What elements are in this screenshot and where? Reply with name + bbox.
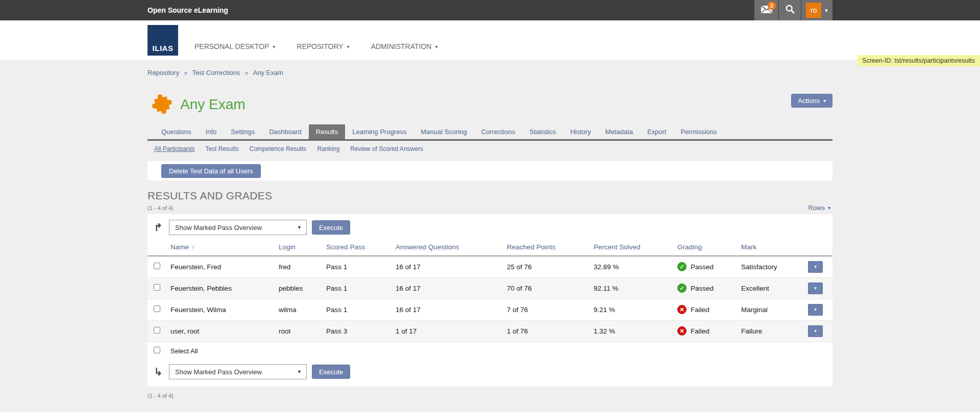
row-actions-dropdown[interactable]: ▾	[808, 325, 823, 337]
sort-ascending-icon: ↑	[191, 243, 195, 251]
menu-administration[interactable]: ADMINISTRATION ▾	[371, 42, 438, 50]
column-header-reached-points[interactable]: Reached Points	[504, 238, 591, 256]
cell-name: user, root	[168, 320, 276, 342]
cell-points: 70 of 76	[504, 277, 591, 299]
column-header-login[interactable]: Login	[276, 238, 324, 256]
row-checkbox[interactable]	[154, 284, 160, 291]
cell-percent: 92.11 %	[591, 277, 675, 299]
cell-percent: 9.21 %	[591, 299, 675, 320]
tab-results[interactable]: Results	[309, 124, 345, 139]
search-button[interactable]	[778, 0, 801, 20]
main-menu: PERSONAL DESKTOP ▾ REPOSITORY ▾ ADMINIST…	[194, 42, 437, 60]
delete-test-data-button[interactable]: Delete Test Data of all Users	[161, 164, 261, 178]
cell-mark: Satisfactory	[739, 256, 805, 277]
apply-to-bottom-icon: ↳	[153, 366, 164, 378]
cell-name: Feuerstein, Wilma	[168, 299, 276, 320]
cell-scored-pass: Pass 1	[324, 277, 393, 299]
tab-info[interactable]: Info	[199, 124, 224, 139]
chevron-down-icon: ▾	[814, 328, 817, 333]
execute-button-top[interactable]: Execute	[312, 220, 350, 235]
breadcrumb-test-corrections[interactable]: Test Corrections	[192, 69, 240, 76]
actions-button[interactable]: Actions ▾	[791, 94, 832, 108]
row-actions-dropdown[interactable]: ▾	[808, 282, 823, 294]
chevron-down-icon: ▾	[814, 286, 817, 291]
mail-button[interactable]: 2	[754, 0, 778, 20]
tab-learning-progress[interactable]: Learning Progress	[345, 124, 413, 139]
column-header-grading[interactable]: Grading	[675, 238, 739, 256]
cell-points: 25 of 76	[504, 256, 591, 277]
column-header-name[interactable]: Name↑	[168, 238, 276, 256]
breadcrumb-repository[interactable]: Repository	[148, 69, 179, 76]
execute-button-bottom[interactable]: Execute	[312, 365, 350, 379]
tab-permissions[interactable]: Permissions	[673, 124, 724, 139]
rows-dropdown[interactable]: Rows ▾	[808, 204, 832, 212]
cell-points: 1 of 76	[504, 320, 591, 342]
test-puzzle-icon	[151, 93, 173, 116]
breadcrumb-separator: »	[184, 69, 187, 76]
subtab-competence-results[interactable]: Competence Results	[250, 145, 306, 152]
table-row: Feuerstein, Fred fred Pass 1 16 of 17 25…	[148, 256, 832, 277]
tab-statistics[interactable]: Statistics	[522, 124, 563, 139]
cell-login: pebbles	[276, 277, 324, 299]
avatar: ro	[806, 3, 821, 18]
chevron-down-icon: ▾	[273, 44, 275, 49]
chevron-down-icon: ▾	[823, 98, 826, 104]
breadcrumb-any-exam[interactable]: Any Exam	[253, 69, 283, 76]
pass-overview-select-bottom[interactable]: Show Marked Pass Overview ▼	[169, 364, 307, 379]
cell-grading: Failed	[691, 327, 709, 335]
tab-metadata[interactable]: Metadata	[598, 124, 640, 139]
chevron-down-icon: ▾	[825, 7, 828, 14]
column-header-answered-questions[interactable]: Answered Questions	[393, 238, 504, 256]
tab-history[interactable]: History	[563, 124, 598, 139]
tab-export[interactable]: Export	[640, 124, 674, 139]
select-all-checkbox[interactable]	[154, 347, 160, 353]
row-checkbox[interactable]	[154, 327, 160, 333]
apply-to-top-icon: ↱	[153, 221, 164, 234]
failed-icon: ✕	[677, 305, 687, 314]
tab-questions[interactable]: Questions	[154, 124, 199, 139]
tab-settings[interactable]: Settings	[224, 124, 262, 139]
subtab-review-scored-answers[interactable]: Review of Scored Answers	[350, 145, 423, 152]
range-indicator-bottom: (1 - 4 of 4)	[148, 393, 174, 399]
header-checkbox-spacer	[148, 238, 168, 256]
pass-overview-select-top[interactable]: Show Marked Pass Overview ▼	[169, 220, 307, 235]
header-bar: ILIAS PERSONAL DESKTOP ▾ REPOSITORY ▾ AD…	[0, 20, 980, 60]
cell-login: fred	[276, 256, 324, 277]
select-caret-icon: ▼	[297, 225, 302, 230]
cell-scored-pass: Pass 1	[324, 299, 393, 320]
row-actions-dropdown[interactable]: ▾	[808, 304, 823, 316]
select-all-row: Select All	[148, 342, 832, 360]
page-title: Any Exam	[180, 96, 246, 113]
cell-mark: Failure	[739, 320, 805, 342]
row-checkbox[interactable]	[154, 263, 160, 269]
column-header-scored-pass[interactable]: Scored Pass	[324, 238, 393, 256]
column-header-mark[interactable]: Mark	[739, 238, 805, 256]
column-header-actions-spacer	[805, 238, 832, 256]
cell-answered: 16 of 17	[393, 256, 504, 277]
table-row: Feuerstein, Pebbles pebbles Pass 1 16 of…	[148, 277, 832, 299]
subtab-ranking[interactable]: Ranking	[317, 145, 339, 152]
chevron-down-icon: ▾	[347, 44, 350, 49]
subtab-all-participants[interactable]: All Participants	[154, 145, 194, 152]
tab-corrections[interactable]: Corrections	[474, 124, 522, 139]
user-menu-button[interactable]: ro ▾	[801, 0, 832, 20]
ilias-logo[interactable]: ILIAS	[148, 25, 178, 56]
column-header-percent-solved[interactable]: Percent Solved	[591, 238, 675, 256]
cell-grading: Passed	[691, 263, 714, 271]
table-row: Feuerstein, Wilma wilma Pass 1 16 of 17 …	[148, 299, 832, 320]
chevron-down-icon: ▾	[814, 307, 817, 312]
cell-points: 7 of 76	[504, 299, 591, 320]
subtab-test-results[interactable]: Test Results	[205, 145, 238, 152]
cross-glyph: ✕	[679, 306, 684, 313]
tab-dashboard[interactable]: Dashboard	[262, 124, 309, 139]
cell-mark: Excellent	[739, 277, 805, 299]
row-actions-dropdown[interactable]: ▾	[808, 261, 823, 273]
menu-personal-desktop[interactable]: PERSONAL DESKTOP ▾	[194, 42, 275, 50]
cell-grading: Passed	[691, 285, 714, 292]
passed-icon: ✓	[677, 284, 687, 293]
tab-manual-scoring[interactable]: Manual Scoring	[413, 124, 474, 139]
results-heading: RESULTS AND GRADES	[148, 190, 832, 202]
row-checkbox[interactable]	[154, 305, 160, 312]
menu-repository[interactable]: REPOSITORY ▾	[297, 42, 349, 50]
cell-name: Feuerstein, Pebbles	[168, 277, 276, 299]
